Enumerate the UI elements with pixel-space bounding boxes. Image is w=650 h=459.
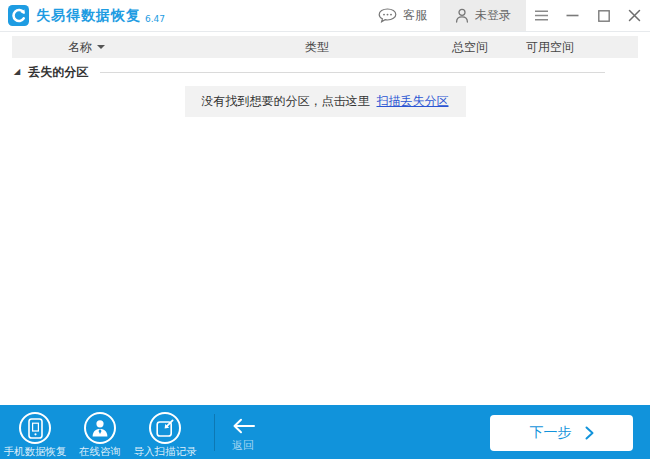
next-step-label: 下一步 xyxy=(530,424,572,442)
login-status-label: 未登录 xyxy=(475,7,511,24)
empty-state-container: 没有找到想要的分区，点击这里扫描丢失分区 xyxy=(0,86,650,117)
online-consult-label: 在线咨询 xyxy=(79,446,121,457)
login-button[interactable]: 未登录 xyxy=(440,0,526,31)
empty-state-text: 没有找到想要的分区，点击这里 xyxy=(202,94,370,108)
app-title: 失易得数据恢复 xyxy=(36,7,141,25)
app-version: 6.47 xyxy=(145,14,165,24)
close-button[interactable] xyxy=(619,0,650,31)
minimize-button[interactable] xyxy=(557,0,588,31)
partition-table-header: 名称 类型 总空间 可用空间 xyxy=(12,36,638,58)
online-consult-button[interactable]: 在线咨询 xyxy=(68,405,132,457)
back-label: 返回 xyxy=(232,438,254,453)
footer-actions: 手机数据恢复 在线咨询 导入扫描记录 xyxy=(3,405,198,457)
phone-data-recovery-label: 手机数据恢复 xyxy=(4,446,67,457)
phone-recovery-icon xyxy=(19,412,51,444)
customer-service-label: 客服 xyxy=(403,7,427,24)
maximize-button[interactable] xyxy=(588,0,619,31)
footer-toolbar: 手机数据恢复 在线咨询 导入扫描记录 xyxy=(0,405,650,459)
scan-lost-partition-link[interactable]: 扫描丢失分区 xyxy=(377,94,449,108)
app-logo-icon xyxy=(8,5,29,26)
online-consult-icon xyxy=(84,412,116,444)
customer-service-button[interactable]: 客服 xyxy=(365,0,440,31)
empty-state-message-box: 没有找到想要的分区，点击这里扫描丢失分区 xyxy=(185,86,466,117)
tree-group-divider xyxy=(100,72,605,73)
column-header-total-space: 总空间 xyxy=(452,36,488,58)
phone-data-recovery-button[interactable]: 手机数据恢复 xyxy=(3,405,67,457)
user-icon xyxy=(455,8,469,23)
back-arrow-icon xyxy=(231,418,256,434)
chat-bubble-icon xyxy=(378,8,397,23)
import-record-icon xyxy=(149,412,181,444)
tree-group-lost-partitions[interactable]: ◢ 丢失的分区 xyxy=(14,63,605,81)
import-scan-record-label: 导入扫描记录 xyxy=(134,446,197,457)
close-icon xyxy=(628,9,641,22)
column-header-name[interactable]: 名称 xyxy=(68,36,105,58)
titlebar: 失易得数据恢复 6.47 客服 未登录 xyxy=(0,0,650,32)
menu-button[interactable] xyxy=(526,0,557,31)
column-header-type: 类型 xyxy=(305,36,329,58)
import-scan-record-button[interactable]: 导入扫描记录 xyxy=(133,405,197,457)
tree-expand-icon[interactable]: ◢ xyxy=(14,68,20,76)
minimize-icon xyxy=(566,14,579,17)
next-step-button[interactable]: 下一步 xyxy=(490,415,633,451)
back-button[interactable]: 返回 xyxy=(219,405,267,459)
sort-dropdown-icon xyxy=(97,45,105,49)
tree-group-label: 丢失的分区 xyxy=(28,64,88,81)
menu-icon xyxy=(534,10,549,21)
maximize-icon xyxy=(598,10,610,22)
column-header-free-space: 可用空间 xyxy=(526,36,574,58)
chevron-right-icon xyxy=(585,426,594,440)
footer-divider xyxy=(214,414,215,451)
